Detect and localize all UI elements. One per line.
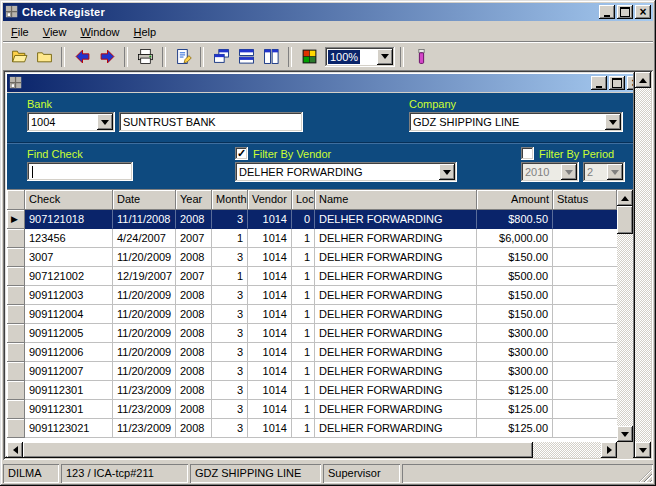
window-title: Check Register [22,6,105,18]
filter-by-vendor-row: ✓ Filter By Vendor [235,147,331,160]
table-row[interactable]: 90911200711/20/20092008310141DELHER FORW… [7,362,617,381]
row-selector[interactable] [7,343,25,362]
column-header-year[interactable]: Year [176,190,212,210]
table-row[interactable]: 90911200411/20/20092008310141DELHER FORW… [7,305,617,324]
column-header-check[interactable]: Check [25,190,113,210]
print-button[interactable] [133,45,157,69]
cascade-windows-button[interactable] [209,45,233,69]
cell-date: 4/24/2007 [113,229,176,248]
period-year-combo[interactable]: 2010 [521,162,579,182]
row-selector[interactable] [7,248,25,267]
cell-loc: 1 [292,400,315,419]
horizontal-scroll-thumb[interactable] [23,442,533,458]
scroll-right-button[interactable] [601,442,617,458]
mdi-scroll-up-button[interactable] [635,72,651,88]
row-selector[interactable] [7,419,25,438]
period-month-dropdown-button[interactable] [607,164,623,180]
folder-button[interactable] [32,45,56,69]
previous-button[interactable] [70,45,94,69]
child-title-bar[interactable]: × [7,74,633,92]
table-row[interactable]: 90712100212/19/20072007110141DELHER FORW… [7,267,617,286]
minimize-button[interactable] [599,5,615,19]
cell-check: 907121018 [25,210,113,229]
bank-combo-dropdown-button[interactable] [97,114,113,130]
column-header-status[interactable]: Status [553,190,617,210]
filter-by-vendor-label: Filter By Vendor [253,148,331,160]
table-row[interactable]: 90911230111/23/20092008310141DELHER FORW… [7,400,617,419]
vendor-combo-dropdown-button[interactable] [439,164,455,180]
mdi-scroll-track[interactable] [635,88,651,442]
maximize-button[interactable] [617,5,633,19]
menu-item-view[interactable]: View [36,24,74,40]
edit-report-button[interactable] [171,45,195,69]
grid-horizontal-scrollbar[interactable] [7,442,617,458]
table-row[interactable]: 1234564/24/20072007110141DELHER FORWARDI… [7,229,617,248]
filter-by-vendor-checkbox[interactable]: ✓ [235,147,248,160]
vendor-combo[interactable]: DELHER FORWARDING [235,162,457,182]
cell-name: DELHER FORWARDING [315,305,477,324]
column-header-loc[interactable]: Loc [292,190,315,210]
zoom-combo[interactable]: 100% [325,47,395,67]
column-header-month[interactable]: Month [212,190,248,210]
row-selector[interactable] [7,305,25,324]
table-row[interactable]: 90911230111/23/20092008310141DELHER FORW… [7,381,617,400]
row-selector[interactable] [7,400,25,419]
zoom-dropdown-button[interactable] [377,49,393,65]
filter-by-period-checkbox[interactable]: ✓ [521,147,534,160]
tile-horizontal-button[interactable] [234,45,258,69]
resize-grip-icon[interactable] [639,469,652,482]
cell-vendor: 1014 [248,210,292,229]
bank-name-field[interactable] [122,115,300,129]
chevron-down-icon [565,170,573,179]
column-tool-icon [413,48,430,65]
table-row[interactable]: 90911200511/20/20092008310141DELHER FORW… [7,324,617,343]
row-selector[interactable] [7,229,25,248]
vertical-scroll-thumb[interactable] [617,206,633,234]
column-tool-button[interactable] [409,45,433,69]
cell-vendor: 1014 [248,286,292,305]
next-button[interactable] [95,45,119,69]
bank-combo[interactable]: 1004 [27,112,115,132]
period-year-dropdown-button[interactable] [561,164,577,180]
column-header-date[interactable]: Date [113,190,176,210]
column-header-vendor[interactable]: Vendor [248,190,292,210]
menu-item-file[interactable]: File [4,24,36,40]
horizontal-scroll-track[interactable] [23,442,601,458]
colors-button[interactable] [297,45,321,69]
scroll-left-button[interactable] [7,442,23,458]
scroll-up-button[interactable] [617,190,633,206]
zoom-value: 100% [328,50,360,64]
period-month-combo[interactable]: 2 [583,162,625,182]
find-check-input[interactable] [30,165,130,178]
row-selector[interactable]: ▶ [7,210,25,229]
row-selector[interactable] [7,381,25,400]
mdi-vertical-scrollbar[interactable] [635,72,651,458]
row-selector[interactable] [7,267,25,286]
child-minimize-button[interactable] [591,76,607,90]
table-row[interactable]: ▶90712101811/11/20082008310140DELHER FOR… [7,210,617,229]
column-header-amount[interactable]: Amount [477,190,553,210]
title-bar[interactable]: Check Register × [3,3,653,21]
company-combo-dropdown-button[interactable] [605,114,621,130]
open-button[interactable] [7,45,31,69]
row-selector[interactable] [7,362,25,381]
row-selector[interactable] [7,324,25,343]
grid-vertical-scrollbar[interactable] [617,190,633,442]
column-header-name[interactable]: Name [315,190,477,210]
cell-check: 909112007 [25,362,113,381]
table-row[interactable]: 90911200611/20/20092008310141DELHER FORW… [7,343,617,362]
menu-item-window[interactable]: Window [73,24,126,40]
vertical-scroll-track[interactable] [617,234,633,426]
scroll-down-button[interactable] [617,426,633,442]
child-maximize-button[interactable] [609,76,625,90]
close-button[interactable]: × [635,5,651,19]
child-close-button[interactable]: × [627,76,633,90]
menu-item-help[interactable]: Help [127,24,164,40]
table-row[interactable]: 300711/20/20092008310141DELHER FORWARDIN… [7,248,617,267]
mdi-scroll-down-button[interactable] [635,442,651,458]
table-row[interactable]: 90911200311/20/20092008310141DELHER FORW… [7,286,617,305]
table-row[interactable]: 909112302111/23/20092008310141DELHER FOR… [7,419,617,438]
company-combo[interactable]: GDZ SHIPPING LINE [409,112,623,132]
tile-vertical-button[interactable] [259,45,283,69]
row-selector[interactable] [7,286,25,305]
